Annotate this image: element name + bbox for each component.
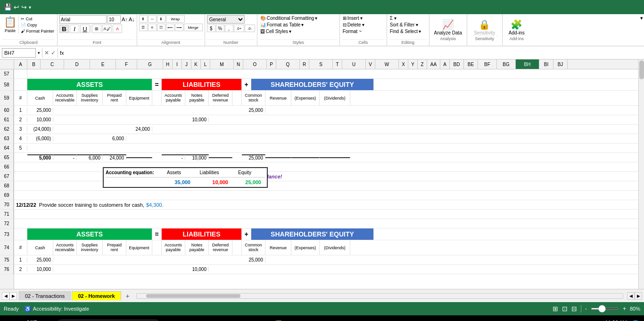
col-header-Z[interactable]: Z: [418, 59, 427, 69]
col-header-A[interactable]: A: [14, 59, 27, 69]
decrease-font-button[interactable]: A↓: [129, 17, 135, 22]
col-header-K[interactable]: K: [191, 59, 201, 69]
copy-button[interactable]: 📄 Copy: [20, 22, 55, 28]
row-num-62[interactable]: 62: [0, 125, 14, 134]
addins-button[interactable]: 🧩 Add-ins: [509, 19, 525, 35]
row-num-68[interactable]: 68: [0, 181, 14, 191]
currency-button[interactable]: $: [207, 25, 215, 32]
col-header-S[interactable]: S: [309, 59, 333, 69]
weather-widget[interactable]: 🌡 94°F Hot weather: [15, 319, 53, 321]
page-layout-view-button[interactable]: ⊡: [562, 305, 568, 313]
col-header-R[interactable]: R: [300, 59, 309, 69]
col-header-BG[interactable]: BG: [497, 59, 516, 69]
zoom-slider[interactable]: [591, 308, 619, 310]
col-header-V[interactable]: V: [366, 59, 375, 69]
row-64[interactable]: 5: [14, 144, 644, 153]
row-num-72[interactable]: 72: [0, 219, 14, 228]
tab-02-homework[interactable]: 02 - Homework: [72, 291, 121, 300]
borders-button[interactable]: ⊞: [92, 25, 101, 33]
col-header-N[interactable]: N: [234, 59, 243, 69]
row-62[interactable]: 3 (24,000) 24,000: [14, 125, 644, 134]
cell-styles-button[interactable]: 🖼Cell Styles▾: [259, 28, 338, 34]
row-75[interactable]: 1 25,000 25,000: [14, 255, 644, 265]
row-num-73[interactable]: 73: [0, 228, 14, 240]
confirm-formula-button[interactable]: ✓: [51, 50, 56, 56]
align-left-button[interactable]: ☰: [139, 24, 148, 31]
font-color-button[interactable]: A: [113, 25, 122, 33]
row-num-60[interactable]: 60: [0, 106, 14, 115]
col-header-M[interactable]: M: [210, 59, 234, 69]
redo-icon[interactable]: ↪: [21, 3, 27, 11]
scroll-right-button[interactable]: ▶: [9, 292, 17, 300]
page-break-view-button[interactable]: ⊟: [571, 305, 577, 313]
increase-font-button[interactable]: A↑: [122, 17, 128, 22]
align-bottom-button[interactable]: ⬇: [157, 15, 165, 23]
scroll-left-button[interactable]: ◀: [2, 292, 9, 300]
col-header-X[interactable]: X: [399, 59, 408, 69]
col-header-AB[interactable]: A: [440, 59, 450, 69]
col-header-Q[interactable]: Q: [276, 59, 300, 69]
fill-color-button[interactable]: A🖊: [102, 25, 112, 33]
sensitivity-button[interactable]: 🔒 Sensitivity: [474, 19, 495, 35]
autosum-button[interactable]: Σ ▾: [389, 15, 427, 21]
row-num-66[interactable]: 66: [0, 162, 14, 172]
row-num-63[interactable]: 63: [0, 134, 14, 144]
number-format-select[interactable]: General: [207, 15, 245, 24]
row-num-67[interactable]: 67: [0, 172, 14, 181]
italic-button[interactable]: I: [70, 25, 79, 33]
col-header-L[interactable]: L: [201, 59, 210, 69]
row-63[interactable]: 4 (6,000) 6,000: [14, 134, 644, 144]
col-header-BJ[interactable]: BJ: [553, 59, 568, 69]
increase-decimal-button[interactable]: .0+: [234, 25, 244, 32]
decrease-decimal-button[interactable]: .0-: [245, 25, 255, 32]
row-num-59[interactable]: 59: [0, 91, 14, 106]
col-header-O[interactable]: O: [243, 59, 267, 69]
row-num-76[interactable]: 76: [0, 265, 14, 274]
cut-button[interactable]: ✂ Cut: [20, 16, 55, 22]
accessibility-status[interactable]: ♿ Accessibility: Investigate: [25, 306, 89, 312]
insert-button[interactable]: ⊞Insert▾: [342, 15, 385, 21]
col-header-AA[interactable]: AA: [427, 59, 440, 69]
format-cells-button[interactable]: Format ~: [342, 28, 385, 34]
clock-widget[interactable]: 11:36 AM 8/31/2023: [605, 320, 627, 321]
col-header-W[interactable]: W: [375, 59, 399, 69]
ribbon-collapse-button[interactable]: ▾: [639, 14, 644, 46]
col-header-H[interactable]: H: [163, 59, 173, 69]
col-header-J[interactable]: J: [182, 59, 191, 69]
formula-input[interactable]: [66, 50, 642, 56]
horizontal-scrollbar[interactable]: [136, 293, 623, 299]
search-bar[interactable]: 🔍 Search 🎯: [57, 319, 160, 321]
col-header-I[interactable]: I: [173, 59, 182, 69]
col-header-BH[interactable]: BH: [516, 59, 539, 69]
col-header-T[interactable]: T: [333, 59, 342, 69]
row-76[interactable]: 2 10,000 10,000: [14, 265, 644, 274]
analyze-data-button[interactable]: 📈 Analyze Data: [434, 19, 462, 35]
add-sheet-button[interactable]: +: [123, 291, 132, 301]
format-as-table-button[interactable]: 📊Format as Table▾: [259, 22, 338, 28]
col-header-BI[interactable]: BI: [539, 59, 553, 69]
row-num-75[interactable]: 75: [0, 255, 14, 265]
row-num-69[interactable]: 69: [0, 191, 14, 200]
zoom-in-button[interactable]: +: [623, 305, 626, 312]
align-right-button[interactable]: ☷: [157, 24, 165, 31]
font-size-input[interactable]: [107, 15, 121, 24]
delete-button[interactable]: ⊟Delete▾: [342, 22, 385, 28]
col-header-U[interactable]: U: [342, 59, 366, 69]
normal-view-button[interactable]: ⊞: [553, 305, 558, 313]
row-60[interactable]: 1 25,000 25,000: [14, 106, 644, 115]
indent-decrease-button[interactable]: ⟵: [166, 24, 174, 31]
row-num-74[interactable]: 74: [0, 240, 14, 255]
align-top-button[interactable]: ⬆: [139, 15, 148, 23]
name-box[interactable]: [2, 48, 36, 58]
insert-function-button[interactable]: fx: [60, 50, 64, 56]
row-num-65[interactable]: 65: [0, 153, 14, 162]
vertical-scrollbar[interactable]: [638, 59, 644, 289]
scroll-sheet-left[interactable]: ◀: [627, 292, 635, 300]
align-center-button[interactable]: ≡: [148, 24, 157, 31]
row-num-64[interactable]: 64: [0, 144, 14, 153]
merge-center-button[interactable]: Merge: [184, 24, 203, 31]
bold-button[interactable]: B: [59, 25, 69, 33]
zoom-out-button[interactable]: -: [585, 305, 587, 312]
row-num-61[interactable]: 61: [0, 115, 14, 125]
conditional-formatting-button[interactable]: 🎨Conditional Formatting▾: [259, 15, 338, 21]
